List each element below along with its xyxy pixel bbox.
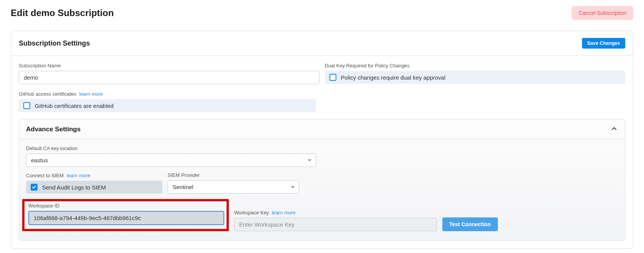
test-connection-button[interactable]: Test Connection (442, 217, 498, 231)
workspace-key-input[interactable] (234, 218, 437, 231)
workspace-id-label: Workspace ID (28, 203, 224, 209)
dual-key-checkbox-text: Policy changes require dual key approval (341, 74, 446, 81)
siem-provider-label: SIEM Provider (168, 172, 299, 178)
github-certs-checkbox-text: GitHub certificates are enabled (35, 103, 114, 109)
cancel-subscription-button[interactable]: Cancel Subscription (572, 6, 633, 20)
send-audit-checkbox-text: Send Audit Logs to SIEM (42, 184, 106, 191)
dual-key-checkbox-bar[interactable]: Policy changes require dual key approval (325, 71, 626, 84)
dual-key-checkbox[interactable] (329, 74, 336, 81)
send-audit-checkbox-bar[interactable]: Send Audit Logs to SIEM (26, 181, 162, 194)
workspace-key-learn-more-link[interactable]: learn more (272, 210, 295, 215)
connect-siem-label: Connect to SIEM learn more (26, 173, 162, 178)
ca-key-label: Default CA key location (26, 145, 316, 151)
github-certs-checkbox[interactable] (23, 102, 30, 109)
workspace-id-highlight: Workspace ID (22, 199, 229, 231)
advance-settings-toggle[interactable]: Advance Settings (19, 119, 625, 139)
settings-card-title: Subscription Settings (19, 39, 90, 47)
workspace-id-input[interactable] (28, 211, 224, 225)
page-title: Edit demo Subscription (11, 8, 114, 18)
github-learn-more-link[interactable]: learn more (79, 91, 103, 97)
subscription-name-input[interactable] (19, 71, 320, 84)
github-certs-checkbox-bar[interactable]: GitHub certificates are enabled (19, 99, 316, 112)
send-audit-checkbox[interactable] (31, 184, 37, 191)
chevron-up-icon (610, 125, 618, 134)
dual-key-label: Dual Key Required for Policy Changes (325, 63, 626, 69)
workspace-key-label: Workspace Key learn more (234, 210, 437, 215)
ca-key-select[interactable]: eastus (26, 153, 316, 167)
github-certs-label: GitHub access certificates learn more (19, 91, 316, 97)
connect-siem-learn-more-link[interactable]: learn more (67, 173, 90, 178)
save-changes-button[interactable]: Save Changes (582, 38, 625, 49)
advance-settings-title: Advance Settings (26, 126, 81, 133)
siem-provider-select[interactable]: Sentinel (168, 180, 299, 194)
subscription-name-label: Subscription Name (19, 63, 320, 69)
